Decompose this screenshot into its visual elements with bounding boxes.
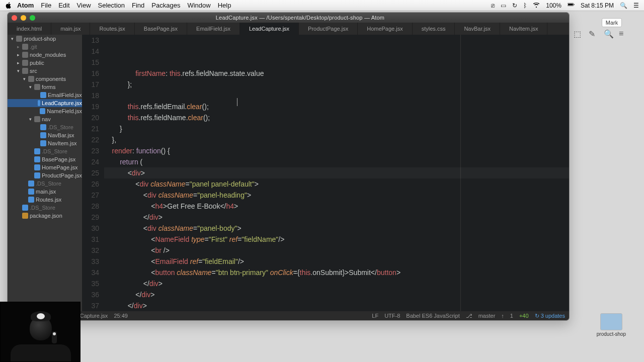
- line-number[interactable]: 13: [82, 35, 99, 46]
- line-number[interactable]: 31: [82, 234, 99, 245]
- menu-help[interactable]: Help: [218, 2, 231, 9]
- code-line[interactable]: },: [104, 134, 569, 145]
- notification-center-icon[interactable]: ☰: [633, 2, 639, 9]
- line-number[interactable]: 29: [82, 212, 99, 223]
- code-line[interactable]: <div>: [104, 167, 569, 178]
- tree-forms[interactable]: ▾forms: [8, 83, 82, 91]
- line-number[interactable]: 26: [82, 178, 99, 190]
- tab-basepage-jsx[interactable]: BasePage.jsx: [135, 23, 187, 35]
- line-number[interactable]: 15: [82, 57, 99, 68]
- tree-main-jsx[interactable]: main.jsx: [8, 188, 82, 196]
- code-line[interactable]: </div>: [104, 289, 569, 300]
- tree--ds_store[interactable]: .DS_Store: [8, 179, 82, 188]
- line-number[interactable]: 32: [82, 245, 99, 256]
- status-branch[interactable]: master: [478, 313, 496, 319]
- code-line[interactable]: </div>: [104, 300, 569, 311]
- bluetooth-icon[interactable]: ᛒ: [523, 2, 527, 9]
- line-number[interactable]: 22: [82, 134, 99, 145]
- code-line[interactable]: </div>: [104, 212, 569, 223]
- tree--ds_store[interactable]: .DS_Store: [8, 147, 82, 155]
- tab-navitem-jsx[interactable]: NavItem.jsx: [500, 23, 547, 35]
- editor-tabs[interactable]: index.htmlmain.jsxRoutes.jsxBasePage.jsx…: [8, 23, 569, 35]
- traffic-lights[interactable]: [12, 15, 35, 21]
- tree-productpage-jsx[interactable]: ProductPage.jsx: [8, 171, 82, 179]
- tree-namefield-jsx[interactable]: NameField.jsx: [8, 107, 82, 115]
- tab-routes-jsx[interactable]: Routes.jsx: [90, 23, 134, 35]
- code-line[interactable]: this.refs.fieldName.clear();: [104, 112, 569, 123]
- tree-basepage-jsx[interactable]: BasePage.jsx: [8, 155, 82, 163]
- code-line[interactable]: <br />: [104, 245, 569, 256]
- code-line[interactable]: <div className="panel-heading">: [104, 190, 569, 201]
- tab-index-html[interactable]: index.html: [8, 23, 51, 35]
- code-line[interactable]: <div className="panel panel-default">: [104, 178, 569, 190]
- tab-styles-css[interactable]: styles.css: [413, 23, 455, 35]
- menu-selection[interactable]: Selection: [98, 2, 125, 9]
- tree-src[interactable]: ▾src: [8, 67, 82, 75]
- line-number[interactable]: 37: [82, 300, 99, 311]
- line-number[interactable]: 16: [82, 68, 99, 79]
- tree-nav[interactable]: ▾nav: [8, 115, 82, 123]
- tab-homepage-jsx[interactable]: HomePage.jsx: [358, 23, 413, 35]
- code-line[interactable]: <EmailField ref="fieldEmail"/>: [104, 256, 569, 267]
- line-number[interactable]: 27: [82, 190, 99, 201]
- code-line[interactable]: }: [104, 123, 569, 134]
- status-cursor[interactable]: 25:49: [114, 313, 128, 319]
- zoom-icon[interactable]: [30, 15, 35, 21]
- code-line[interactable]: render: function() {: [104, 145, 569, 156]
- sync-icon[interactable]: ↻: [512, 2, 517, 9]
- tree--ds_store[interactable]: .DS_Store: [8, 123, 82, 131]
- tree-emailfield-jsx[interactable]: EmailField.jsx: [8, 91, 82, 99]
- line-number[interactable]: 35: [82, 278, 99, 289]
- mark-button[interactable]: Mark: [602, 18, 622, 27]
- screencast-icon[interactable]: ⎚: [491, 2, 495, 9]
- tree-homepage-jsx[interactable]: HomePage.jsx: [8, 163, 82, 171]
- menu-window[interactable]: Window: [187, 2, 210, 9]
- tab-leadcapture-jsx[interactable]: LeadCapture.jsx: [240, 23, 299, 35]
- tree-leadcapture-jsx[interactable]: LeadCapture.jsx: [8, 99, 82, 107]
- line-number[interactable]: 19: [82, 101, 99, 112]
- tree-product-shop[interactable]: ▾product-shop: [8, 35, 82, 43]
- tab-productpage-jsx[interactable]: ProductPage.jsx: [299, 23, 358, 35]
- line-number[interactable]: 25: [82, 167, 99, 178]
- status-grammar[interactable]: Babel ES6 JavaScript: [406, 313, 459, 319]
- tree-components[interactable]: ▾components: [8, 75, 82, 83]
- tree-public[interactable]: ▸public: [8, 59, 82, 67]
- code-line[interactable]: <div className="panel-body">: [104, 223, 569, 234]
- line-number[interactable]: 24: [82, 156, 99, 167]
- desktop-folder[interactable]: product-shop: [596, 313, 627, 337]
- line-number[interactable]: 21: [82, 123, 99, 134]
- menu-packages[interactable]: Packages: [151, 2, 180, 9]
- menu-file[interactable]: File: [41, 2, 51, 9]
- line-number[interactable]: 34: [82, 267, 99, 278]
- tree-routes-jsx[interactable]: Routes.jsx: [8, 196, 82, 204]
- code-line[interactable]: firstName: this.refs.fieldName.state.val…: [104, 68, 569, 79]
- status-encoding[interactable]: UTF-8: [384, 313, 400, 319]
- tree-package-json[interactable]: package.json: [8, 212, 82, 220]
- tree-node_modules[interactable]: ▸node_modules: [8, 51, 82, 59]
- close-icon[interactable]: [12, 15, 17, 21]
- code-line[interactable]: this.refs.fieldEmail.clear();: [104, 101, 569, 112]
- code-line[interactable]: <NameField type="First" ref="fieldName"/…: [104, 234, 569, 245]
- code-area[interactable]: firstName: this.refs.fieldName.state.val…: [104, 35, 569, 311]
- code-line[interactable]: <button className="btn btn-primary" onCl…: [104, 267, 569, 278]
- code-line[interactable]: return (: [104, 156, 569, 167]
- code-line[interactable]: [104, 90, 569, 101]
- line-number[interactable]: 28: [82, 201, 99, 212]
- tree-navitem-jsx[interactable]: NavItem.jsx: [8, 139, 82, 147]
- code-line[interactable]: <h4>Get Free E-Book</h4>: [104, 201, 569, 212]
- status-updates[interactable]: ↻ 3 updates: [535, 313, 565, 319]
- code-line[interactable]: };: [104, 79, 569, 90]
- tree-navbar-jsx[interactable]: NavBar.jsx: [8, 131, 82, 139]
- menu-view[interactable]: View: [77, 2, 91, 9]
- spotlight-icon[interactable]: 🔍: [620, 2, 627, 9]
- line-number[interactable]: 18: [82, 90, 99, 101]
- tree--ds_store[interactable]: .DS_Store: [8, 204, 82, 212]
- tab-navbar-jsx[interactable]: NavBar.jsx: [455, 23, 500, 35]
- status-diff[interactable]: +40: [519, 313, 529, 319]
- line-number[interactable]: 36: [82, 289, 99, 300]
- line-number[interactable]: 17: [82, 79, 99, 90]
- minimize-icon[interactable]: [21, 15, 26, 21]
- tab-emailfield-jsx[interactable]: EmailField.jsx: [187, 23, 240, 35]
- line-number[interactable]: 14: [82, 46, 99, 57]
- line-number[interactable]: 33: [82, 256, 99, 267]
